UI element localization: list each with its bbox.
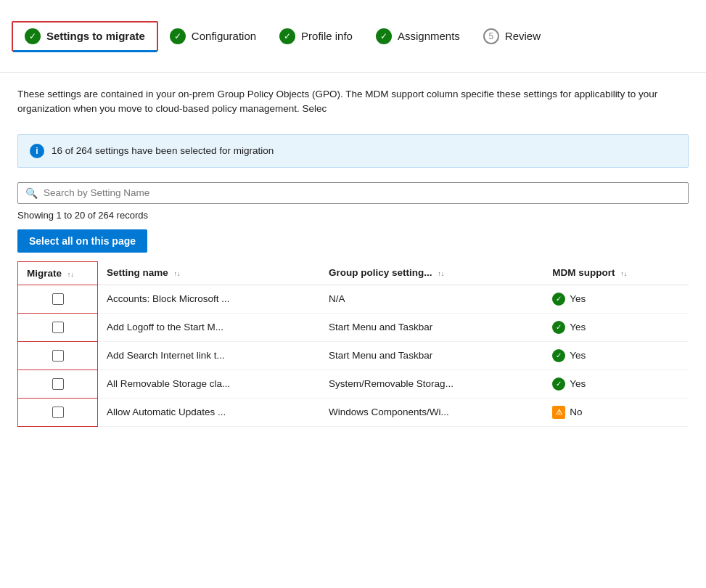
search-container[interactable]: 🔍 [17,182,689,204]
sort-icon-migrate[interactable]: ↑↓ [67,271,74,278]
step-check-icon-1: ✓ [25,28,41,44]
info-icon: i [30,144,44,158]
mdm-support-cell: ✓Yes [543,285,689,313]
table-row: Add Search Internet link t...Start Menu … [18,341,689,369]
migrate-cell [18,285,98,313]
col-header-setting-name[interactable]: Setting name ↑↓ [98,261,321,285]
step-label-3: Profile info [301,30,353,42]
search-input[interactable] [44,187,681,198]
step-check-icon-2: ✓ [170,28,186,44]
page-description: These settings are contained in your on-… [17,87,689,117]
step-settings-to-migrate[interactable]: ✓ Settings to migrate [12,21,158,52]
mdm-yes-label: Yes [570,378,586,389]
step-label-1: Settings to migrate [46,30,145,42]
mdm-support-cell: ✓Yes [543,313,689,341]
sort-icon-mdm-support[interactable]: ↑↓ [620,271,627,277]
mdm-yes-icon: ✓ [552,293,565,306]
setting-name-cell: All Removable Storage cla... [98,369,321,398]
table-row: Accounts: Block Microsoft ...N/A✓Yes [18,285,689,313]
migrate-cell [18,341,98,369]
step-review[interactable]: 5 Review [472,23,552,50]
table-row: All Removable Storage cla...System/Remov… [18,369,689,398]
records-count: Showing 1 to 20 of 264 records [17,210,689,221]
group-policy-cell: System/Removable Storag... [320,369,543,398]
migrate-checkbox[interactable] [52,293,64,305]
mdm-yes-icon: ✓ [552,377,565,391]
migrate-cell [18,398,98,426]
search-icon: 🔍 [25,187,38,199]
mdm-yes-label: Yes [570,322,586,332]
mdm-support-cell: ⚠No [543,398,689,426]
setting-name-cell: Accounts: Block Microsoft ... [98,285,321,313]
table-row: Allow Automatic Updates ...Windows Compo… [18,398,689,426]
mdm-yes-label: Yes [570,293,586,304]
sort-icon-group-policy[interactable]: ↑↓ [438,271,444,277]
step-check-icon-3: ✓ [279,28,295,44]
wizard-steps: ✓ Settings to migrate ✓ Configuration ✓ … [0,0,706,73]
setting-name-cell: Allow Automatic Updates ... [98,398,321,426]
mdm-yes-label: Yes [570,350,586,361]
setting-name-cell: Add Logoff to the Start M... [98,313,321,341]
step-label-5: Review [505,30,541,42]
info-banner: i 16 of 264 settings have been selected … [17,134,689,168]
step-assignments[interactable]: ✓ Assignments [364,23,472,50]
step-num-icon-5: 5 [483,28,499,44]
group-policy-cell: Start Menu and Taskbar [320,341,543,369]
col-header-mdm-support[interactable]: MDM support ↑↓ [543,261,689,285]
settings-table: Migrate ↑↓ Setting name ↑↓ Group policy … [17,261,689,427]
step-check-icon-4: ✓ [376,28,392,44]
col-header-group-policy[interactable]: Group policy setting... ↑↓ [320,261,543,285]
mdm-warn-icon: ⚠ [552,406,565,419]
mdm-yes-icon: ✓ [552,349,565,362]
migrate-cell [18,369,98,398]
setting-name-cell: Add Search Internet link t... [98,341,321,369]
group-policy-cell: Start Menu and Taskbar [320,313,543,341]
mdm-support-cell: ✓Yes [543,341,689,369]
col-header-migrate[interactable]: Migrate ↑↓ [18,261,98,285]
mdm-support-cell: ✓Yes [543,369,689,398]
step-profile-info[interactable]: ✓ Profile info [268,23,364,50]
step-label-4: Assignments [398,30,460,42]
mdm-no-label: No [570,407,582,417]
migrate-checkbox[interactable] [52,322,64,333]
select-all-button[interactable]: Select all on this page [17,229,147,253]
step-label-2: Configuration [192,30,256,42]
group-policy-cell: Windows Components/Wi... [320,398,543,426]
info-banner-text: 16 of 264 settings have been selected fo… [52,145,274,156]
mdm-yes-icon: ✓ [552,321,565,334]
step-configuration[interactable]: ✓ Configuration [158,23,268,50]
group-policy-cell: N/A [320,285,543,313]
main-content: These settings are contained in your on-… [0,73,706,441]
migrate-checkbox[interactable] [52,378,64,390]
migrate-checkbox[interactable] [52,350,64,362]
migrate-checkbox[interactable] [52,407,64,418]
sort-icon-setting-name[interactable]: ↑↓ [174,271,181,277]
migrate-cell [18,313,98,341]
table-row: Add Logoff to the Start M...Start Menu a… [18,313,689,341]
